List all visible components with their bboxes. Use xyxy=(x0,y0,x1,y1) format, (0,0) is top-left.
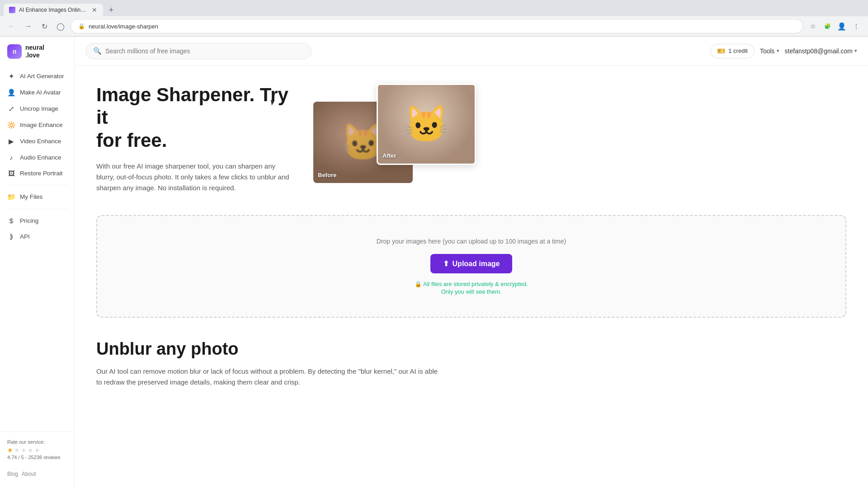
pricing-icon: $ xyxy=(7,217,15,225)
forward-button[interactable]: → xyxy=(22,20,34,33)
sidebar-divider-2 xyxy=(7,209,67,209)
sidebar-links: Blog About xyxy=(0,467,74,481)
upload-dropzone[interactable]: Drop your images here (you can upload up… xyxy=(96,215,846,318)
search-box[interactable]: 🔍 xyxy=(85,43,311,59)
extensions-icon[interactable]: 🧩 xyxy=(821,20,834,33)
search-icon: 🔍 xyxy=(93,47,102,55)
user-caret-icon: ▾ xyxy=(854,48,857,54)
section-title: Unblur any photo xyxy=(96,339,846,359)
sidebar-item-restore-portrait[interactable]: 🖼 Restore Portrait xyxy=(0,165,74,181)
nav-bar: ← → ↻ ◯ 🔒 neural.love/image-sharpen ☆ 🧩 … xyxy=(0,16,868,36)
about-link[interactable]: About xyxy=(22,471,36,477)
sidebar-item-pricing[interactable]: $ Pricing xyxy=(0,213,74,229)
sidebar-item-audio-enhance[interactable]: ♪ Audio Enhance xyxy=(0,150,74,165)
video-enhance-icon: ▶ xyxy=(7,137,15,145)
ai-art-icon: ✦ xyxy=(7,72,15,80)
tools-menu[interactable]: Tools ▾ xyxy=(760,47,779,55)
home-button[interactable]: ◯ xyxy=(54,20,67,33)
url-text: neural.love/image-sharpen xyxy=(89,23,795,30)
security-line1: 🔒 All files are stored privately & encry… xyxy=(115,281,827,287)
section-description: Our AI tool can remove motion blur or la… xyxy=(96,366,440,388)
restore-portrait-icon: 🖼 xyxy=(7,169,15,177)
sidebar-footer: Rate our service: ★ ★ ★ ★ ★ 4.74 / 5 - 2… xyxy=(0,432,74,467)
address-bar[interactable]: 🔒 neural.love/image-sharpen xyxy=(71,19,803,33)
before-label: Before xyxy=(318,172,336,178)
tab-favicon xyxy=(9,7,15,13)
logo-text: neural .love xyxy=(25,44,44,59)
blog-link[interactable]: Blog xyxy=(7,471,18,477)
user-menu[interactable]: stefanstp08@gmail.com ▾ xyxy=(785,47,857,55)
upload-hint: Drop your images here (you can upload up… xyxy=(115,238,827,245)
uncrop-icon: ⤢ xyxy=(7,105,15,113)
sidebar-divider xyxy=(7,185,67,185)
sidebar-item-api[interactable]: ⟫ API xyxy=(0,229,74,245)
image-enhance-icon: 🔆 xyxy=(7,121,15,129)
browser-chrome: AI Enhance Images Online For F... ✕ + ← … xyxy=(0,0,868,37)
sidebar-item-my-files[interactable]: 📁 My Files xyxy=(0,189,74,205)
page: n neural .love ✦ AI Art Generator 👤 Make… xyxy=(0,37,868,488)
header-right: 🎫 1 credit Tools ▾ stefanstp08@gmail.com… xyxy=(710,44,857,58)
credits-icon: 🎫 xyxy=(717,47,726,55)
upload-icon: ⬆ xyxy=(443,259,449,268)
sidebar-item-make-ai-avatar[interactable]: 👤 Make AI Avatar xyxy=(0,84,74,101)
star-3: ★ xyxy=(21,446,27,454)
tab-bar: AI Enhance Images Online For F... ✕ + xyxy=(0,0,868,16)
active-tab[interactable]: AI Enhance Images Online For F... ✕ xyxy=(4,4,103,16)
audio-enhance-icon: ♪ xyxy=(7,154,15,161)
lock-security-icon: 🔒 xyxy=(415,281,422,287)
security-line2: Only you will see them. xyxy=(115,288,827,295)
star-1: ★ xyxy=(7,446,13,454)
my-files-icon: 📁 xyxy=(7,193,15,201)
before-after-comparison: 🐱 Before 🐱 After xyxy=(313,84,476,183)
new-tab-button[interactable]: + xyxy=(105,4,118,16)
rating-text: 4.74 / 5 - 25236 reviews xyxy=(7,455,67,460)
sidebar-item-uncrop-image[interactable]: ⤢ Uncrop Image xyxy=(0,101,74,117)
rating-label: Rate our service: xyxy=(7,439,67,445)
hero-text: Image Sharpener. Try it for free. With o… xyxy=(96,84,295,193)
back-button[interactable]: ← xyxy=(5,20,18,33)
search-input[interactable] xyxy=(105,47,304,55)
hero-description: With our free AI image sharpener tool, y… xyxy=(96,161,295,193)
sidebar-item-video-enhance[interactable]: ▶ Video Enhance xyxy=(0,133,74,150)
upload-button[interactable]: ⬆ Upload image xyxy=(430,254,513,273)
bookmark-icon[interactable]: ☆ xyxy=(807,20,819,33)
avatar-icon: 👤 xyxy=(7,89,15,97)
after-image: 🐱 After xyxy=(377,84,476,165)
logo-icon: n xyxy=(7,44,22,59)
menu-icon[interactable]: ⋮ xyxy=(850,20,863,33)
unblur-section: Unblur any photo Our AI tool can remove … xyxy=(96,339,846,388)
reload-button[interactable]: ↻ xyxy=(38,20,51,33)
api-icon: ⟫ xyxy=(7,233,15,241)
star-5: ★ xyxy=(34,446,40,454)
hero-title: Image Sharpener. Try it for free. xyxy=(96,84,295,152)
tools-caret-icon: ▾ xyxy=(777,48,779,54)
tab-close-btn[interactable]: ✕ xyxy=(92,6,98,14)
hero-image: 🐱 Before 🐱 After xyxy=(313,84,476,183)
sidebar-item-ai-art-generator[interactable]: ✦ AI Art Generator xyxy=(0,68,74,84)
main-content: Image Sharpener. Try it for free. With o… xyxy=(75,66,868,488)
star-4: ★ xyxy=(28,446,33,454)
after-cat-image: 🐱 xyxy=(378,85,475,164)
logo[interactable]: n neural .love xyxy=(0,44,74,68)
credits-button[interactable]: 🎫 1 credit xyxy=(710,44,755,58)
after-label: After xyxy=(382,152,396,159)
star-rating: ★ ★ ★ ★ ★ xyxy=(7,446,67,454)
nav-right-icons: ☆ 🧩 👤 ⋮ xyxy=(807,20,863,33)
sidebar-nav: ✦ AI Art Generator 👤 Make AI Avatar ⤢ Un… xyxy=(0,68,74,432)
tab-title: AI Enhance Images Online For F... xyxy=(19,7,88,13)
sidebar: n neural .love ✦ AI Art Generator 👤 Make… xyxy=(0,37,75,488)
profile-icon[interactable]: 👤 xyxy=(835,20,848,33)
hero-section: Image Sharpener. Try it for free. With o… xyxy=(96,84,846,193)
header: 🔍 🎫 1 credit Tools ▾ stefanstp08@gmail.c… xyxy=(75,37,868,66)
sidebar-item-image-enhance[interactable]: 🔆 Image Enhance xyxy=(0,117,74,133)
lock-icon: 🔒 xyxy=(78,23,85,29)
star-2: ★ xyxy=(14,446,20,454)
